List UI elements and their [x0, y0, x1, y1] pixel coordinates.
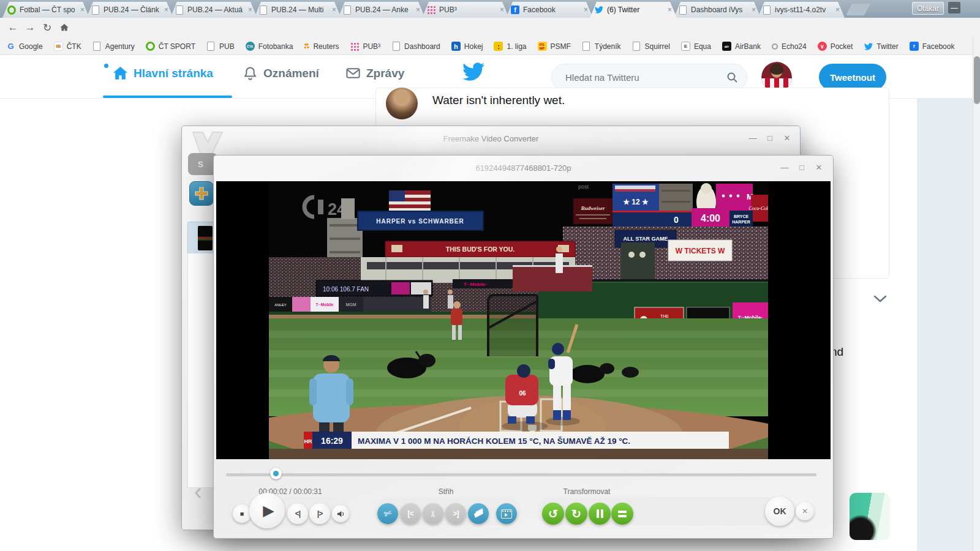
tab-fotbal[interactable]: Fotbal — ČT spo×: [2, 2, 89, 18]
svg-text:★ 12 ★: ★ 12 ★: [623, 198, 649, 206]
add-file-button[interactable]: [189, 181, 214, 206]
bookmark-dashboard[interactable]: Dashboard: [391, 42, 440, 51]
cut-start-button[interactable]: [<: [400, 503, 421, 524]
tab-facebook[interactable]: fFacebook×: [506, 2, 593, 18]
scrollbar[interactable]: [973, 38, 980, 551]
tab-pub3[interactable]: PUB³×: [422, 2, 509, 18]
rotate-left-button[interactable]: ↺: [542, 503, 564, 525]
tab-close-icon[interactable]: ×: [835, 6, 840, 14]
window-minimize-button[interactable]: —: [948, 2, 960, 13]
forward-icon[interactable]: →: [22, 20, 38, 36]
airbank-icon: air: [722, 42, 731, 51]
bookmark-psmf[interactable]: PSMFPSMF: [538, 42, 571, 51]
tab-close-icon[interactable]: ×: [752, 6, 756, 14]
tweet-button[interactable]: Tweetnout: [819, 64, 886, 91]
browser-profile-button[interactable]: Otakar: [912, 2, 944, 15]
step-back-button[interactable]: <|: [287, 503, 308, 524]
bookmark-twitter[interactable]: Twitter: [864, 42, 898, 51]
flip-horizontal-button[interactable]: [589, 503, 611, 525]
tab-pub24-multi[interactable]: PUB.24 — Multi×: [254, 2, 341, 18]
page-background-panel: [917, 98, 973, 551]
bookmark-fotobanka[interactable]: ČTKFotobanka: [246, 42, 293, 51]
bookmark-google[interactable]: GGoogle: [6, 42, 43, 51]
bookmark-equa[interactable]: EEqua: [681, 42, 711, 51]
close-icon[interactable]: ✕: [815, 163, 823, 172]
bookmark-echo24[interactable]: Echo24: [772, 42, 807, 51]
close-icon[interactable]: ✕: [783, 133, 791, 143]
tab-pub24-aktual[interactable]: PUB.24 — Aktuá×: [170, 2, 257, 18]
bookmark-reuters[interactable]: Reuters: [304, 42, 339, 51]
ok-button[interactable]: OK: [765, 497, 794, 526]
new-tab-button[interactable]: [846, 4, 870, 15]
tweet-avatar[interactable]: [386, 88, 418, 119]
maximize-icon[interactable]: □: [766, 133, 774, 143]
nav-home[interactable]: Hlavní stránka: [112, 65, 213, 81]
search-icon[interactable]: [726, 72, 738, 83]
tweet-media-thumbnail[interactable]: [850, 493, 890, 540]
tab-twitter-active[interactable]: (6) Twitter×: [590, 2, 677, 18]
file-list-selected-row[interactable]: [187, 222, 217, 255]
field-level-ads: ANLEY T··Mobile MGM: [269, 297, 431, 312]
scene-search-button[interactable]: [496, 503, 517, 524]
bookmark-liga[interactable]: :1. liga: [494, 42, 526, 51]
reload-icon[interactable]: ↻: [39, 20, 55, 36]
flip-horizontal-icon: [597, 509, 603, 518]
baseball-video-frame: 24 HARPER vs SCHWARBER: [269, 181, 768, 459]
tab-pub24-ankety[interactable]: PUB.24 — Anke×: [338, 2, 425, 18]
search-box[interactable]: [551, 64, 747, 91]
timeline-track[interactable]: [226, 473, 816, 476]
stop-button[interactable]: ■: [233, 504, 251, 523]
tab-close-icon[interactable]: ×: [332, 6, 336, 14]
cut-button[interactable]: ✂: [423, 503, 443, 524]
bookmark-squirrel[interactable]: Squirrel: [632, 42, 670, 51]
tab-close-icon[interactable]: ×: [416, 6, 420, 14]
minimize-icon[interactable]: —: [748, 133, 757, 143]
tab-close-icon[interactable]: ×: [248, 6, 252, 14]
bookmark-hokej[interactable]: hHokej: [451, 42, 483, 51]
minimize-icon[interactable]: —: [780, 163, 789, 172]
flip-vertical-button[interactable]: [611, 503, 633, 525]
scrollbar-thumb[interactable]: [974, 56, 980, 104]
bookmark-airbank[interactable]: airAirBank: [722, 42, 761, 51]
home-icon[interactable]: [56, 20, 72, 36]
volume-button[interactable]: [332, 505, 349, 522]
step-forward-button[interactable]: |>: [309, 503, 330, 524]
freemake-titlebar[interactable]: Freemake Video Converter — □ ✕: [182, 126, 800, 152]
tab-close-icon[interactable]: ×: [584, 6, 588, 14]
timeline-thumb[interactable]: [270, 468, 282, 479]
bookmark-agentury[interactable]: Agentury: [92, 42, 135, 51]
tab-close-icon[interactable]: ×: [80, 6, 85, 14]
cancel-icon[interactable]: ✕: [796, 502, 814, 520]
tab-dashboard-ivys[interactable]: Dashboard iVys×: [674, 2, 761, 18]
editor-titlebar[interactable]: 61924494877468801-720p — □ ✕: [214, 156, 833, 181]
cut-select-button[interactable]: ✄: [377, 503, 398, 524]
bookmark-ctk[interactable]: IBČTK: [54, 42, 81, 51]
bookmark-tydenik[interactable]: Týdeník: [582, 42, 621, 51]
pub3-icon: [350, 42, 359, 51]
tab-close-icon[interactable]: ×: [500, 6, 504, 14]
bookmark-pub3[interactable]: PUB³: [350, 42, 380, 51]
tab-close-icon[interactable]: ×: [164, 6, 168, 14]
search-input[interactable]: [564, 72, 726, 83]
chevron-down-icon[interactable]: [873, 295, 887, 303]
clear-cut-button[interactable]: [468, 503, 489, 524]
nav-notifications[interactable]: Oznámení: [242, 65, 319, 81]
bookmark-ctsport[interactable]: ČT SPORT: [146, 42, 195, 51]
tab-pub24-clanky[interactable]: PUB.24 — Článk×: [86, 2, 173, 18]
bookmark-pub[interactable]: PUB: [206, 42, 235, 51]
cut-end-button[interactable]: >]: [445, 503, 466, 524]
back-icon[interactable]: ←: [5, 20, 21, 36]
maximize-icon[interactable]: □: [797, 163, 806, 172]
play-button[interactable]: ▶: [249, 493, 285, 528]
tab-close-icon[interactable]: ×: [668, 6, 672, 14]
tab-ivys-o2tv[interactable]: ivys-st11-4.o2tv×: [758, 2, 845, 18]
rotate-right-button[interactable]: ↻: [565, 503, 587, 525]
bookmark-facebook[interactable]: fFacebook: [910, 42, 955, 51]
svg-text:post: post: [578, 184, 589, 190]
page-favicon-icon: [175, 6, 184, 14]
twitter-logo-icon[interactable]: [462, 61, 484, 83]
svg-text:ANLEY: ANLEY: [274, 303, 287, 307]
bookmark-pocket[interactable]: ∨Pocket: [818, 42, 853, 51]
collapse-chevron-icon[interactable]: ‹: [194, 480, 202, 503]
nav-messages[interactable]: Zprávy: [345, 65, 404, 81]
